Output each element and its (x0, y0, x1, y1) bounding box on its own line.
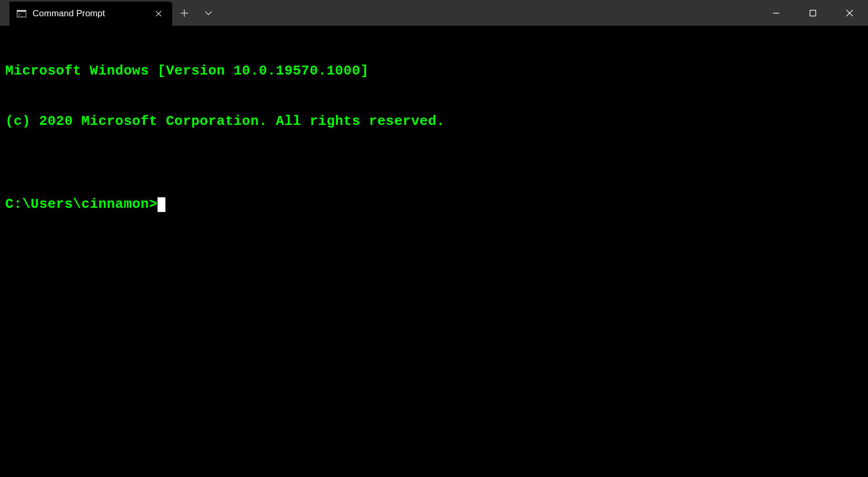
maximize-button[interactable] (794, 0, 831, 26)
tabs-dropdown-button[interactable] (196, 0, 221, 26)
window: >_ Command Prompt (0, 0, 868, 477)
text-cursor (158, 197, 165, 212)
title-bar: >_ Command Prompt (0, 0, 868, 26)
close-icon (846, 9, 853, 17)
plus-icon (181, 9, 188, 17)
new-tab-button[interactable] (172, 0, 196, 26)
minimize-button[interactable] (758, 0, 794, 26)
prompt-text: C:\Users\cinnamon> (5, 196, 158, 213)
svg-rect-1 (17, 10, 26, 12)
svg-rect-8 (810, 10, 816, 16)
svg-text:>_: >_ (18, 13, 23, 17)
window-close-button[interactable] (831, 0, 868, 26)
tab-title: Command Prompt (33, 8, 146, 19)
minimize-icon (772, 9, 780, 17)
maximize-icon (809, 9, 817, 17)
terminal-icon: >_ (17, 9, 26, 18)
tab-close-button[interactable] (152, 7, 165, 20)
tab-strip: >_ Command Prompt (0, 0, 758, 26)
terminal-line: Microsoft Windows [Version 10.0.19570.10… (5, 63, 863, 80)
tab-command-prompt[interactable]: >_ Command Prompt (9, 2, 172, 26)
chevron-down-icon (204, 10, 213, 16)
window-controls (758, 0, 868, 26)
prompt-line: C:\Users\cinnamon> (5, 196, 863, 213)
terminal[interactable]: Microsoft Windows [Version 10.0.19570.10… (0, 26, 868, 477)
terminal-line: (c) 2020 Microsoft Corporation. All righ… (5, 113, 863, 130)
close-icon (155, 10, 162, 17)
